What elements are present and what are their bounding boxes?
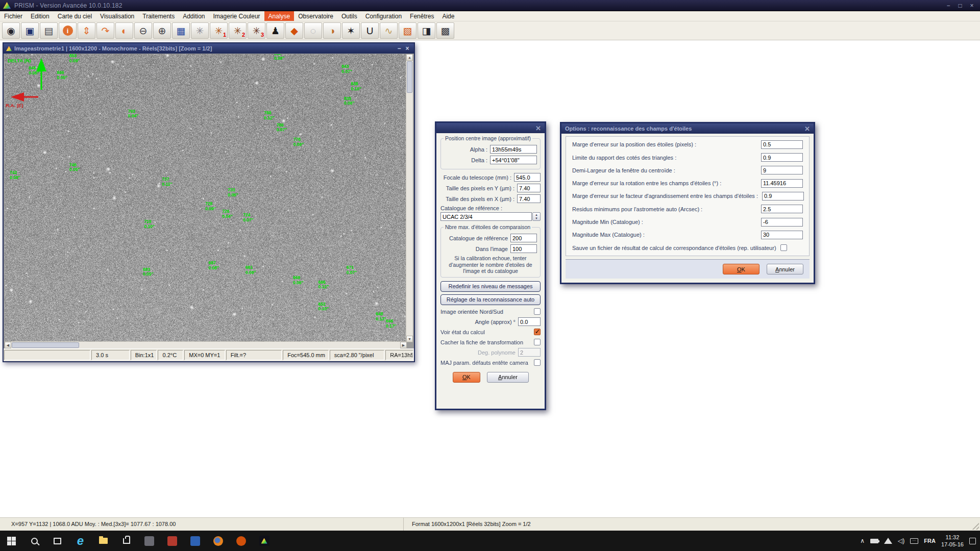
hidden-icons-button[interactable]: ∧ [860,537,865,544]
curve-button[interactable]: ∿ [380,22,398,39]
hide-transform-checkbox[interactable] [534,339,541,345]
star-image-area[interactable]: DELTA (N) R.A. (E) 8480.06"8460.05"8530.… [5,54,407,342]
copy-button[interactable]: ▤ [40,22,58,39]
scroll-up-arrow-icon[interactable]: ▲ [406,54,413,61]
pixel-x-input[interactable] [517,194,541,203]
image-minimize-button[interactable]: − [395,45,403,52]
app-gray-icon[interactable] [138,531,161,551]
vertical-scrollbar[interactable]: ▲ ▼ [406,54,413,342]
options-dialog-close-icon[interactable]: ✕ [804,126,810,132]
image-window-titlebar[interactable]: Imageastrometrie1 | 1600x1200 - Monochro… [4,43,414,54]
centroid-half-width-input[interactable] [761,166,803,174]
catalog-spinner[interactable]: ▲▼ [532,212,541,221]
photometry-button[interactable]: ▩ [436,22,454,39]
position-dialog-titlebar[interactable]: ✕ [436,123,545,133]
zoom-out-button[interactable]: ⊖ [134,22,152,39]
gear-1-button[interactable]: ✳1 [210,22,228,39]
zoom-in-button[interactable]: ⊕ [153,22,171,39]
observer-button[interactable]: ♟ [266,22,284,39]
menu-outils[interactable]: Outils [337,11,361,21]
save-result-checkbox[interactable] [780,244,787,251]
minimize-button[interactable]: − [943,1,953,10]
auto-recognition-settings-button[interactable]: Réglage de la reconnaissance auto [440,294,541,305]
mag-max-input[interactable] [761,231,803,239]
scale-error-input[interactable] [762,192,804,201]
menu-observatoire[interactable]: Observatoire [294,11,337,21]
sphere-button[interactable]: ◐ [115,22,133,39]
delta-input[interactable] [490,156,537,164]
magnet-button[interactable]: U [361,22,379,39]
catalog-select[interactable] [440,212,532,221]
scroll-left-arrow-icon[interactable]: ◀ [5,342,11,348]
min-residual-input[interactable] [761,205,803,213]
rotate-button[interactable]: ↷ [96,22,114,39]
action-center-icon[interactable] [969,538,976,544]
volume-icon[interactable]: ◁) [898,537,904,544]
image-count-input[interactable] [510,244,537,253]
triangle-ratio-limit-input[interactable] [761,153,803,162]
vertical-scroll-thumb[interactable] [407,61,412,93]
network-icon[interactable] [884,538,892,544]
mag-min-input[interactable] [761,218,803,227]
search-icon[interactable] [23,531,46,551]
catalog-count-input[interactable] [510,234,537,242]
close-button[interactable]: × [967,1,977,10]
firefox-icon[interactable] [207,531,230,551]
menu-fen-tres[interactable]: Fenêtres [406,11,438,21]
language-indicator[interactable]: FRA [924,538,936,544]
star-position-error-input[interactable] [761,140,803,149]
north-south-checkbox[interactable] [534,308,541,315]
battery-icon[interactable] [870,539,878,543]
redefine-messages-button[interactable]: Redefinir les niveau de messages [440,281,541,292]
scroll-down-arrow-icon[interactable]: ▼ [406,336,413,342]
menu-traitements[interactable]: Traitements [138,11,179,21]
edge-icon[interactable]: e [69,531,92,551]
clock[interactable]: 11:32 17-05-16 [941,534,964,548]
rotation-error-input[interactable] [761,179,803,188]
gear-button[interactable]: ✳ [191,22,209,39]
prism-icon[interactable] [253,531,276,551]
touch-keyboard-icon[interactable]: ⋯ [910,538,918,544]
horizontal-scroll-thumb[interactable] [12,342,79,348]
display-button[interactable]: ▦ [172,22,190,39]
store-icon[interactable] [115,531,138,551]
app-orange-icon[interactable] [230,531,253,551]
maximize-button[interactable]: □ [955,1,965,10]
gear-2-button[interactable]: ✳2 [229,22,247,39]
camera-button[interactable]: ◉ [2,22,20,39]
menu-aide[interactable]: Aide [438,11,458,21]
dotted-sphere-button[interactable]: ◌ [304,22,322,39]
info-button[interactable]: i [59,22,77,39]
options-dialog-titlebar[interactable]: Options : reconnaissance des champs d'ét… [561,123,814,134]
menu-analyse[interactable]: Analyse [264,11,295,21]
menu-configuration[interactable]: Configuration [361,11,406,21]
horizontal-scrollbar[interactable]: ◀ ▶ [5,341,407,348]
position-ok-button[interactable]: OK [453,372,480,383]
starfield-button[interactable]: ✶ [342,22,360,39]
menu-visualisation[interactable]: Visualisation [96,11,138,21]
menu-edition[interactable]: Edition [27,11,54,21]
position-dialog-close-icon[interactable]: ✕ [535,125,541,132]
show-calc-checkbox[interactable] [534,329,541,335]
adjust-sphere-button[interactable]: ◑ [323,22,341,39]
resize-grip[interactable] [971,521,979,530]
start-button[interactable] [0,531,23,551]
contrast-button[interactable]: ◨ [418,22,435,39]
drop-button[interactable]: ◆ [285,22,303,39]
angle-input[interactable] [518,317,541,326]
options-cancel-button[interactable]: Annuler [767,264,803,274]
scroll-right-arrow-icon[interactable]: ▶ [400,342,407,348]
menu-carte-du-ciel[interactable]: Carte du ciel [54,11,96,21]
task-view-icon[interactable] [46,531,69,551]
menu-addition[interactable]: Addition [179,11,209,21]
flip-vertical-button[interactable]: ⇕ [78,22,95,39]
menu-fichier[interactable]: Fichier [0,11,27,21]
app-red-icon[interactable] [161,531,184,551]
gear-3-button[interactable]: ✳3 [248,22,265,39]
image-close-button[interactable]: × [403,45,411,52]
options-ok-button[interactable]: OK [723,264,760,274]
alpha-input[interactable] [490,145,537,154]
file-explorer-icon[interactable] [92,531,115,551]
menu-imagerie-couleur[interactable]: Imagerie Couleur [209,11,264,21]
position-cancel-button[interactable]: Annuler [487,372,529,383]
